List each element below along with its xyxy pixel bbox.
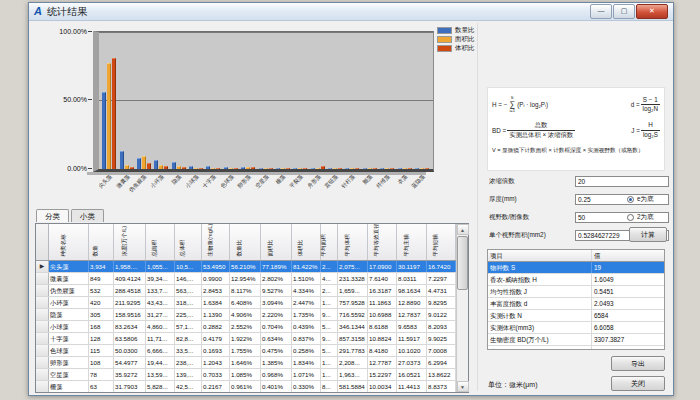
- table-cell: 83.2634: [114, 321, 146, 332]
- concentration-multiple-input[interactable]: [575, 176, 669, 187]
- export-button[interactable]: 导出: [611, 356, 665, 371]
- table-row[interactable]: 微囊藻849409.412439,34...146,...0.990012.95…: [36, 273, 456, 285]
- table-row[interactable]: 空星藻7835.927213,59...139,...0.70331.085%0…: [36, 369, 456, 381]
- results-row[interactable]: 实测体积(mm3)6.6058: [488, 322, 664, 334]
- vertical-scroll-thumb[interactable]: [457, 236, 468, 290]
- table-cell: 133,7...: [146, 285, 175, 296]
- table-cell: 168: [89, 321, 114, 332]
- close-button[interactable]: 关闭: [611, 376, 665, 391]
- bar-体积比: [390, 168, 394, 169]
- table-cell: 微囊藻: [49, 273, 89, 284]
- tab-subclass[interactable]: 小类: [71, 209, 104, 222]
- column-header[interactable]: 数量: [89, 224, 114, 260]
- table-cell: 16.0521: [397, 369, 427, 380]
- table-cell: 8...: [321, 381, 338, 392]
- column-header[interactable]: 种类名称: [49, 224, 89, 260]
- column-header[interactable]: 平均短轴: [427, 224, 456, 260]
- table-cell: 0.837%: [292, 333, 321, 344]
- radio-base-2[interactable]: 2为底: [627, 213, 653, 222]
- unit-label: 单位：微米(μm): [488, 380, 538, 390]
- results-row[interactable]: 丰富度指数 d2.0493: [488, 298, 664, 310]
- row-selector[interactable]: [36, 309, 49, 320]
- radio-base-e[interactable]: e为底: [627, 195, 653, 204]
- calculate-button[interactable]: 计算: [629, 227, 667, 242]
- tab-category[interactable]: 分类: [36, 209, 69, 222]
- row-selector[interactable]: [36, 273, 49, 284]
- table-row[interactable]: 色球藻11550.03006,666...33,5...0.16931.755%…: [36, 345, 456, 357]
- radio-unselected-icon[interactable]: [627, 214, 634, 221]
- column-header[interactable]: 总体积: [175, 224, 202, 260]
- column-header[interactable]: 平均等效直径: [368, 224, 397, 260]
- row-selector[interactable]: [36, 345, 49, 356]
- results-row[interactable]: 生物密度 BD(万个/L)3307.3827: [488, 334, 664, 346]
- fraction: Hlog₂S: [641, 121, 660, 138]
- table-cell: 7.6140: [368, 273, 397, 284]
- table-cell: 隐藻: [49, 309, 89, 320]
- row-selector[interactable]: [36, 369, 49, 380]
- table-row[interactable]: 小环藻420211.929543,43...318,...1.63846.408…: [36, 297, 456, 309]
- table-cell: 小球藻: [49, 321, 89, 332]
- radio-selected-icon[interactable]: [627, 196, 634, 203]
- table-row[interactable]: 伪鱼腥藻532288.4518133,7...563,...2.84538.11…: [36, 285, 456, 297]
- row-selector[interactable]: [36, 381, 49, 392]
- title-bar[interactable]: A 统计结果 — ▢ ✕: [29, 3, 673, 21]
- column-header[interactable]: 面积比: [261, 224, 292, 260]
- results-row[interactable]: 均匀性指数 J0.5451: [488, 286, 664, 298]
- close-window-button[interactable]: ✕: [636, 4, 668, 19]
- bar-体积比: [425, 168, 429, 169]
- bar-面积比: [125, 165, 129, 169]
- results-row[interactable]: 香农-威纳指数 H1.6049: [488, 274, 664, 286]
- table-cell: 1...: [321, 297, 338, 308]
- row-selector[interactable]: [36, 357, 49, 368]
- row-selector[interactable]: [36, 321, 49, 332]
- column-header-label: 面积比: [268, 240, 274, 257]
- field-count-input[interactable]: [575, 212, 669, 223]
- table-cell: 4.334%: [292, 285, 321, 296]
- table-row[interactable]: 小球藻16883.26344,860...57,1...0.28822.552%…: [36, 321, 456, 333]
- table-cell: 9.0122: [427, 309, 456, 320]
- table-cell: 色球藻: [49, 345, 89, 356]
- column-header[interactable]: 体积比: [292, 224, 321, 260]
- scroll-down-icon[interactable]: ▼: [457, 381, 469, 392]
- row-selector[interactable]: [36, 285, 49, 296]
- results-row[interactable]: 实测计数 N6584: [488, 310, 664, 322]
- row-selector[interactable]: ▶: [36, 261, 49, 272]
- table-row[interactable]: ▶尖头藻3,9341,958....1,055...10,5...53.4950…: [36, 261, 456, 273]
- column-header[interactable]: 浓度(万个/L): [114, 224, 146, 260]
- column-header[interactable]: 平均主轴: [397, 224, 427, 260]
- thickness-input[interactable]: [575, 194, 669, 205]
- results-row[interactable]: 生物量(mg/L)65.6515: [488, 346, 664, 350]
- vertical-scrollbar[interactable]: ▲ ▼: [456, 224, 468, 392]
- table-row[interactable]: 隐藻305158.951631,27...225,...1.13904.906%…: [36, 309, 456, 321]
- results-row[interactable]: 物种数 S19: [488, 262, 664, 274]
- table-row[interactable]: 十字藻12863.580611,71...82,8...0.41791.922%…: [36, 333, 456, 345]
- scroll-up-icon[interactable]: ▲: [457, 224, 469, 235]
- table-row[interactable]: 栅藻6331.79035,828...42,5...0.21670.961%0.…: [36, 381, 456, 392]
- column-header[interactable]: 总面积: [146, 224, 175, 260]
- column-header-label: 总体积: [180, 240, 186, 257]
- row-selector[interactable]: [36, 333, 49, 344]
- formula-text: d =: [631, 101, 640, 108]
- maximize-button[interactable]: ▢: [613, 4, 635, 19]
- minimize-button[interactable]: —: [590, 4, 612, 19]
- table-cell: 10,5...: [175, 261, 202, 272]
- bar-面积比: [298, 168, 302, 169]
- column-header[interactable]: 数量比: [230, 224, 261, 260]
- y-axis-tick-100: 100.00%: [39, 28, 87, 35]
- table-cell: 158.9516: [114, 309, 146, 320]
- table-cell: 146,...: [175, 273, 202, 284]
- table-cell: 98.1634: [397, 285, 427, 296]
- column-header[interactable]: 平均面积: [321, 224, 338, 260]
- column-header[interactable]: 生物量(mg/L): [202, 224, 230, 260]
- table-cell: 6.408%: [230, 297, 261, 308]
- bar-面积比: [194, 168, 198, 169]
- bar-数量比: [311, 168, 315, 169]
- row-selector[interactable]: [36, 297, 49, 308]
- chart-legend: 数量比面积比体积比: [437, 27, 475, 54]
- table-cell: 0.401%: [261, 381, 292, 392]
- y-tick-mark: [88, 31, 92, 32]
- x-axis-label: 针杆藻: [341, 174, 357, 190]
- table-row[interactable]: 卵形藻10854.497719,44...238,...1.20431.646%…: [36, 357, 456, 369]
- column-header[interactable]: 平均体积: [338, 224, 368, 260]
- x-axis-label: 尖头藻: [98, 174, 114, 190]
